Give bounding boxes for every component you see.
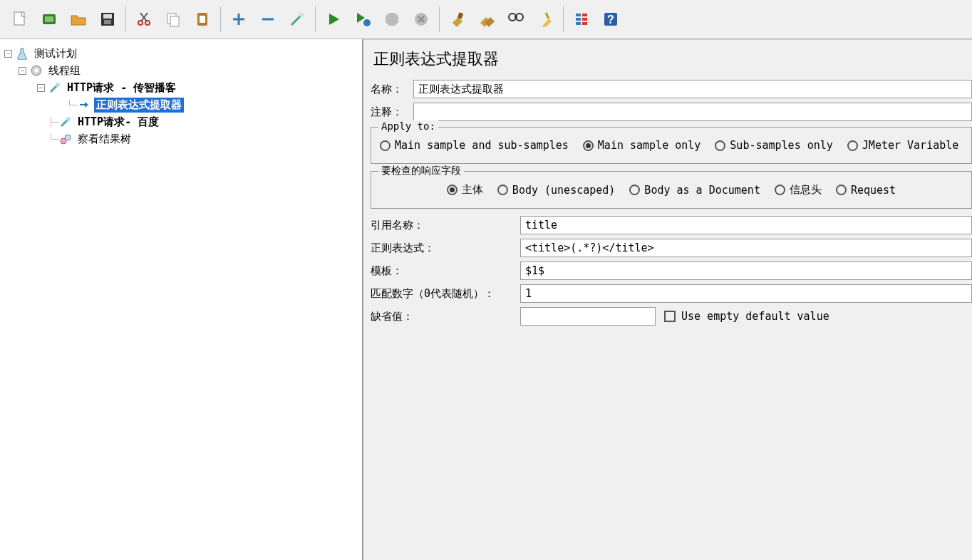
- name-input[interactable]: [413, 80, 972, 98]
- svg-marker-14: [386, 13, 398, 26]
- tree-node-http1[interactable]: − HTTP请求 - 传智播客: [4, 79, 358, 96]
- field-to-check-radios: 主体 Body (unescaped) Body as a Document 信…: [377, 179, 966, 201]
- extractor-form: 引用名称： 正则表达式： 模板： 匹配数字（0代表随机）： 缺省值： Use e…: [371, 216, 972, 326]
- tree-label: HTTP请求 - 传智播客: [65, 81, 178, 95]
- template-label: 模板：: [371, 264, 520, 278]
- checkbox-icon: [664, 311, 676, 322]
- radio-main-only[interactable]: Main sample only: [583, 139, 701, 152]
- flask-icon: [15, 46, 29, 61]
- plus-icon[interactable]: [224, 5, 253, 33]
- stop-icon[interactable]: [378, 5, 406, 33]
- toggle-icon[interactable]: [567, 5, 596, 33]
- save-icon[interactable]: [93, 5, 122, 33]
- tree-label: 测试计划: [32, 46, 79, 61]
- run-icon[interactable]: [319, 5, 348, 33]
- svg-rect-19: [576, 14, 581, 16]
- paste-icon[interactable]: [188, 5, 217, 33]
- svg-rect-2: [45, 16, 53, 22]
- field-to-check-group: 要检查的响应字段 主体 Body (unescaped) Body as a D…: [371, 171, 972, 209]
- tree-label: 线程组: [46, 63, 83, 78]
- broom-icon[interactable]: [531, 5, 559, 33]
- regex-label: 正则表达式：: [371, 242, 520, 255]
- radio-body-unescaped[interactable]: Body (unescaped): [497, 184, 616, 197]
- tree-node-results-tree[interactable]: └─ 察看结果树: [4, 130, 358, 147]
- default-label: 缺省值：: [371, 310, 520, 323]
- radio-body-document[interactable]: Body as a Document: [629, 184, 760, 197]
- svg-rect-11: [200, 16, 205, 23]
- tree-node-thread-group[interactable]: − 线程组: [4, 62, 358, 79]
- use-empty-default-checkbox[interactable]: Use empty default value: [664, 310, 829, 323]
- svg-point-28: [34, 68, 38, 73]
- comment-label: 注释：: [371, 105, 413, 119]
- radio-jmeter-var[interactable]: JMeter Variable: [847, 139, 958, 152]
- tree-node-http2[interactable]: ├─ HTTP请求- 百度: [4, 113, 358, 130]
- panel-title: 正则表达式提取器: [371, 48, 972, 70]
- regex-input[interactable]: [520, 239, 972, 257]
- gear-icon: [29, 63, 43, 78]
- match-no-label: 匹配数字（0代表随机）：: [371, 287, 520, 301]
- svg-point-12: [299, 13, 304, 17]
- clear-icon[interactable]: [443, 5, 472, 33]
- svg-rect-23: [582, 18, 587, 21]
- wand-icon[interactable]: [283, 5, 311, 33]
- svg-rect-22: [582, 14, 587, 16]
- help-icon[interactable]: ?: [596, 5, 625, 33]
- name-label: 名称：: [371, 83, 413, 96]
- minus-icon[interactable]: [254, 5, 282, 33]
- tree-node-regex-extractor[interactable]: └─ 正则表达式提取器: [4, 96, 358, 113]
- svg-point-30: [66, 117, 71, 121]
- match-no-input[interactable]: [520, 284, 972, 303]
- tree-node-test-plan[interactable]: − 测试计划: [4, 45, 358, 62]
- radio-request[interactable]: Request: [836, 184, 896, 197]
- toolbar: ?: [0, 0, 972, 39]
- sampler-icon: [48, 81, 62, 95]
- search-icon[interactable]: [502, 5, 530, 33]
- field-to-check-title: 要检查的响应字段: [378, 165, 464, 177]
- apply-to-radios: Main sample and sub-samples Main sample …: [377, 135, 966, 156]
- collapse-icon[interactable]: −: [4, 50, 12, 58]
- svg-point-32: [65, 135, 71, 140]
- test-plan-tree[interactable]: − 测试计划 − 线程组 − HTTP请求 - 传智播客 └─ 正则表达式提取器…: [0, 39, 363, 560]
- svg-point-29: [56, 83, 60, 87]
- radio-body[interactable]: 主体: [447, 183, 483, 197]
- comment-input[interactable]: [413, 103, 972, 121]
- svg-rect-5: [104, 20, 111, 24]
- copy-icon[interactable]: [159, 5, 187, 33]
- ref-name-label: 引用名称：: [371, 219, 520, 232]
- apply-to-group: Apply to: Main sample and sub-samples Ma…: [371, 127, 972, 164]
- element-editor: 正则表达式提取器 名称： 注释： Apply to: Main sample a…: [363, 39, 972, 560]
- ref-name-input[interactable]: [520, 216, 972, 234]
- open-icon[interactable]: [64, 5, 93, 33]
- toolbar-separator: [439, 6, 440, 32]
- templates-icon[interactable]: [35, 5, 63, 33]
- toolbar-separator: [563, 6, 564, 32]
- postprocessor-icon: [77, 98, 91, 112]
- new-icon[interactable]: [6, 5, 34, 33]
- svg-rect-20: [576, 18, 581, 21]
- apply-to-title: Apply to:: [378, 120, 438, 132]
- collapse-icon[interactable]: −: [19, 67, 26, 75]
- svg-rect-9: [170, 16, 179, 26]
- shutdown-icon[interactable]: [407, 5, 435, 33]
- toolbar-separator: [125, 6, 126, 32]
- sampler-icon: [58, 115, 73, 129]
- tree-label: 察看结果树: [76, 132, 133, 147]
- tree-label: 正则表达式提取器: [94, 98, 184, 113]
- svg-rect-24: [582, 22, 587, 25]
- svg-text:?: ?: [607, 14, 614, 26]
- tree-label: HTTP请求- 百度: [76, 115, 161, 130]
- clear-all-icon[interactable]: [472, 5, 501, 33]
- listener-icon: [58, 132, 73, 146]
- radio-sub-only[interactable]: Sub-samples only: [715, 139, 833, 152]
- radio-main-and-sub[interactable]: Main sample and sub-samples: [380, 139, 569, 152]
- svg-rect-4: [103, 14, 112, 19]
- collapse-icon[interactable]: −: [37, 84, 45, 92]
- run-current-icon[interactable]: [348, 5, 377, 33]
- svg-point-13: [363, 19, 371, 26]
- cut-icon[interactable]: [130, 5, 158, 33]
- radio-headers[interactable]: 信息头: [775, 183, 822, 197]
- toolbar-separator: [220, 6, 221, 32]
- svg-rect-21: [576, 22, 581, 25]
- default-input[interactable]: [520, 307, 656, 326]
- template-input[interactable]: [520, 261, 972, 280]
